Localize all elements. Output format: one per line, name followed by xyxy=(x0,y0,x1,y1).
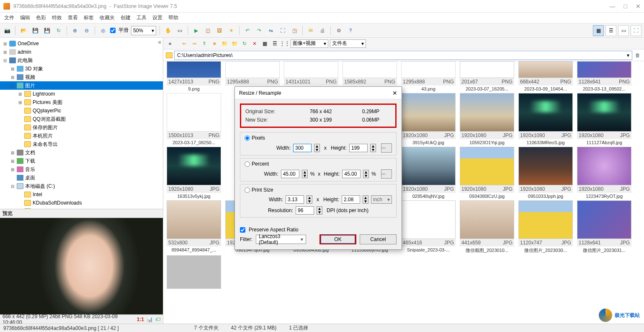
refresh-icon[interactable]: ↻ xyxy=(240,39,249,48)
thumbnail-item[interactable]: 1920x1080JPG163513v5ykj.jpg xyxy=(167,147,221,199)
view-details-button[interactable]: ▭ xyxy=(618,25,629,36)
pct-height-spin[interactable]: ▴▾ xyxy=(363,170,369,178)
tree-item[interactable]: ⊟图片 xyxy=(0,81,163,90)
tree-item[interactable]: ⊞OneDrive xyxy=(0,39,163,48)
hand-icon[interactable]: ✋ xyxy=(163,26,173,35)
print-width-input[interactable] xyxy=(286,195,304,204)
view-thumbnails-button[interactable]: ▦ xyxy=(593,25,604,36)
thumbnail-item[interactable]: 1295x888PNG43.png xyxy=(401,61,456,91)
pct-browse-button[interactable]: ... xyxy=(381,169,392,179)
slideshow-icon[interactable]: ▶ xyxy=(191,26,201,35)
open-icon[interactable]: 📂 xyxy=(19,26,28,35)
thumbnail-item[interactable]: 441x659JPG微信截图_2023010... xyxy=(460,200,514,254)
tree-item[interactable]: 保存的图片 xyxy=(0,123,163,132)
px-browse-button[interactable]: ... xyxy=(381,143,392,153)
cancel-button[interactable]: Cancel xyxy=(360,234,397,244)
tree-item[interactable]: ⊞音乐 xyxy=(0,165,163,174)
thumbnail-item[interactable] xyxy=(167,255,221,289)
saveas-icon[interactable]: 💾 xyxy=(42,26,52,35)
settings-icon[interactable]: ⚙ xyxy=(334,26,343,35)
menu-edit[interactable]: 编辑 xyxy=(20,14,30,21)
thumbnail-item[interactable]: 1120x747JPG微信图片_2023030... xyxy=(518,200,573,254)
tree-item[interactable]: 桌面 xyxy=(0,174,163,182)
px-height-spin[interactable]: ▴▾ xyxy=(370,144,376,152)
thumbnail-item[interactable]: 532x800JPG8994847_8994847_... xyxy=(167,200,221,254)
tree-item[interactable]: KDubaSoftDownloads xyxy=(0,199,163,207)
nav-up-icon[interactable]: ⇑ xyxy=(200,39,209,48)
maximize-button[interactable]: □ xyxy=(624,3,627,10)
unit-combo[interactable]: inch▾ xyxy=(371,195,392,204)
wallpaper-icon[interactable]: 🖼 xyxy=(215,26,224,35)
mail-icon[interactable]: ✉ xyxy=(306,26,315,35)
acquire-icon[interactable]: 📷 xyxy=(3,26,12,35)
thumbnail-item[interactable]: 1427x1013PNG9.png xyxy=(167,61,221,91)
print-radio[interactable] xyxy=(245,187,250,193)
menu-view[interactable]: 查看 xyxy=(68,14,78,21)
trash-icon[interactable]: 🗑 xyxy=(634,52,641,59)
menu-color[interactable]: 色彩 xyxy=(36,14,46,21)
thumbnail-item[interactable]: 1920x1080JPG1223473RyOT.jpg xyxy=(577,147,631,199)
nav-fwd-icon[interactable]: ⇒ xyxy=(190,39,198,48)
rotate-l-icon[interactable]: ↶ xyxy=(243,26,252,35)
reload-icon[interactable]: ↻ xyxy=(54,26,63,35)
view1-icon[interactable]: ☰ xyxy=(270,39,279,48)
pct-width-spin[interactable]: ▴▾ xyxy=(302,170,308,178)
tree-item[interactable]: Intel xyxy=(0,190,163,199)
collapse-tree-icon[interactable]: « xyxy=(158,39,161,45)
collapse-left-icon[interactable]: « xyxy=(166,39,174,48)
menu-file[interactable]: 文件 xyxy=(4,14,14,21)
pixels-width-input[interactable] xyxy=(293,144,312,152)
canvas-icon[interactable]: ◳ xyxy=(290,26,299,35)
delete-icon[interactable]: ✕ xyxy=(250,39,259,48)
dialog-titlebar[interactable]: Resize / Resample ✕ xyxy=(235,87,402,99)
zoom-out-icon[interactable]: ⊖ xyxy=(82,26,91,35)
thumbnail-item[interactable]: 465x416JPGSnipaste_2023-03-... xyxy=(401,200,456,254)
zoom-combo[interactable]: 50%▾ xyxy=(131,26,156,35)
percent-height-input[interactable] xyxy=(342,170,361,178)
print-icon[interactable]: 🖨 xyxy=(318,26,327,35)
menu-effect[interactable]: 特效 xyxy=(52,14,62,21)
menu-help[interactable]: 帮助 xyxy=(168,14,178,21)
resolution-input[interactable] xyxy=(296,206,314,215)
menu-tools[interactable]: 工具 xyxy=(137,14,147,21)
tree-item[interactable]: ⊞下载 xyxy=(0,157,163,165)
zoom-in-icon[interactable]: ⊕ xyxy=(70,26,80,35)
thumbnail-item[interactable]: 1920x1080JPG105923O1Yqi.jpg xyxy=(460,93,514,145)
tree-item[interactable]: 未命名导出 xyxy=(0,140,163,148)
pixels-height-input[interactable] xyxy=(349,144,368,152)
ok-button[interactable]: OK xyxy=(319,234,356,244)
path-input[interactable]: C:\Users\admin\Pictures\▾ xyxy=(174,51,632,60)
tree-item[interactable]: ⊟本地磁盘 (C:) xyxy=(0,182,163,190)
folder2-icon[interactable]: 📁 xyxy=(230,39,239,48)
tree-item[interactable]: ⊞Lightroom xyxy=(0,90,163,98)
tree-item[interactable]: ⊞Pictures 美图 xyxy=(0,98,163,106)
sort-combo[interactable]: 文件名▾ xyxy=(330,39,366,48)
smooth-checkbox[interactable]: 平滑 xyxy=(110,27,129,34)
filter-combo[interactable]: Lanczos3 (Default) xyxy=(256,235,306,244)
view-fullscreen-button[interactable]: ⛶ xyxy=(631,25,641,36)
tree-item[interactable]: QQ浏览器截图 xyxy=(0,115,163,123)
thumbnail-item[interactable]: 1920x1080JPG3915y4UkQ.jpg xyxy=(401,93,456,145)
nav-back-icon[interactable]: ⇐ xyxy=(180,39,188,48)
view2-icon[interactable]: ⋮⋮ xyxy=(281,39,289,48)
help-icon[interactable]: ? xyxy=(346,26,355,35)
tree-item[interactable]: ⊞文档 xyxy=(0,148,163,157)
print-width-spin[interactable]: ▴▾ xyxy=(307,195,312,204)
percent-radio[interactable] xyxy=(245,161,250,167)
flip-h-icon[interactable]: ⇋ xyxy=(266,26,276,35)
rotate-r-icon[interactable]: ↷ xyxy=(255,26,264,35)
tree-item[interactable]: ⊞3D 对象 xyxy=(0,65,163,73)
minimize-button[interactable]: — xyxy=(610,3,616,10)
compare-icon[interactable]: ◫ xyxy=(203,26,212,35)
fit-icon[interactable]: ◎ xyxy=(98,26,108,35)
tree-item[interactable]: ⊞admin xyxy=(0,48,163,56)
folder-tree[interactable]: « ⊞OneDrive⊞admin⊟此电脑⊞3D 对象⊞视频⊟图片⊞Lightr… xyxy=(0,38,163,209)
thumbnail-item[interactable]: 1920x1080JPG028548sjNV.jpg xyxy=(401,147,456,199)
thumbnail-item[interactable]: 1128x641PNG2023-03-13_09502... xyxy=(577,61,631,91)
selectall-icon[interactable]: ▦ xyxy=(260,39,269,48)
pixels-radio[interactable] xyxy=(245,135,250,141)
tag-icon[interactable]: 🏷 xyxy=(155,316,160,322)
dialog-close-icon[interactable]: ✕ xyxy=(392,90,397,96)
close-button[interactable]: ✕ xyxy=(636,3,641,10)
tree-item[interactable]: ⊟此电脑 xyxy=(0,56,163,65)
